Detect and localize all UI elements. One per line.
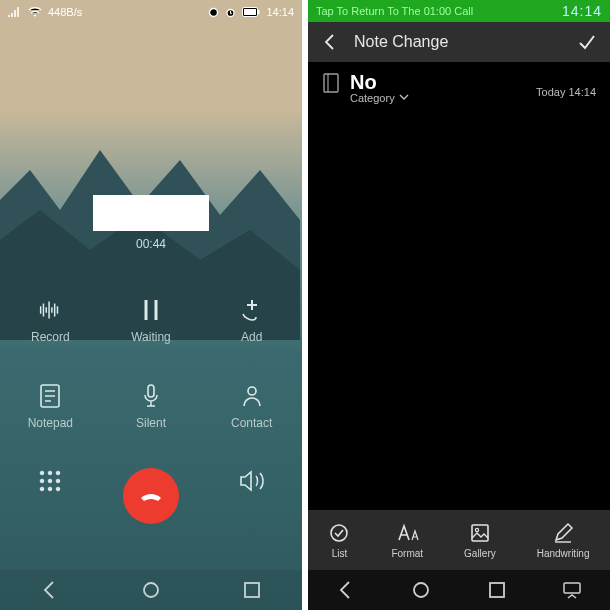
nav-bar-left	[0, 570, 302, 610]
status-time-left: 14:14	[266, 6, 294, 18]
svg-point-13	[57, 479, 61, 483]
sync-icon	[208, 7, 219, 18]
svg-point-11	[41, 479, 45, 483]
svg-point-20	[331, 525, 347, 541]
net-speed: 448B/s	[48, 6, 82, 18]
pause-icon	[137, 296, 165, 324]
gallery-tool[interactable]: Gallery	[464, 522, 496, 559]
svg-point-12	[49, 479, 53, 483]
svg-rect-6	[148, 385, 154, 397]
svg-point-15	[49, 487, 53, 491]
note-header: Note Change	[308, 22, 610, 62]
dialpad-button[interactable]	[37, 468, 63, 524]
nav-back-icon[interactable]	[39, 579, 61, 601]
phone-incall: 448B/s 14:14 00:44 Record Wa	[0, 0, 302, 610]
svg-rect-21	[472, 525, 488, 541]
list-label: List	[332, 548, 348, 559]
header-title: Note Change	[354, 33, 562, 51]
contact-icon	[238, 382, 266, 410]
waiting-label: Waiting	[131, 330, 171, 344]
nav-recents-icon[interactable]	[241, 579, 263, 601]
record-icon	[36, 296, 64, 324]
add-label: Add	[241, 330, 262, 344]
contacts-button[interactable]: Contact	[231, 382, 272, 430]
alarm-icon	[225, 7, 236, 18]
return-to-call-text: Tap To Return To The 01:00 Call	[316, 5, 473, 17]
add-call-icon	[238, 296, 266, 324]
nav-home-icon[interactable]	[410, 579, 432, 601]
notepad-label: Notepad	[28, 416, 73, 430]
note-category-selector[interactable]: Category	[350, 92, 409, 104]
svg-point-9	[49, 471, 53, 475]
svg-point-7	[248, 387, 256, 395]
add-call-button[interactable]: Add	[238, 296, 266, 344]
handwriting-label: Handwriting	[537, 548, 590, 559]
nav-keyboard-hide-icon[interactable]	[561, 579, 583, 601]
bottom-toolbar: List Format Gallery Handwriting	[308, 510, 610, 570]
svg-rect-18	[245, 583, 259, 597]
svg-point-16	[57, 487, 61, 491]
hangup-icon	[123, 468, 179, 524]
note-title[interactable]: No	[350, 72, 409, 92]
waiting-button[interactable]: Waiting	[131, 296, 171, 344]
status-time-right: 14:14	[562, 3, 602, 19]
nav-home-icon[interactable]	[140, 579, 162, 601]
status-bar-left: 448B/s 14:14	[0, 0, 302, 24]
call-duration: 00:44	[136, 237, 166, 251]
note-timestamp: Today 14:14	[536, 72, 596, 98]
speaker-button[interactable]	[238, 468, 266, 524]
contact-label: Contact	[231, 416, 272, 430]
return-to-call-bar[interactable]: Tap To Return To The 01:00 Call 14:14	[308, 0, 610, 22]
chevron-down-icon	[399, 94, 409, 102]
back-icon[interactable]	[320, 32, 340, 52]
dialpad-icon	[37, 468, 63, 494]
mic-icon	[137, 382, 165, 410]
mute-button[interactable]: Silent	[136, 382, 166, 430]
phone-note-editor: Tap To Return To The 01:00 Call 14:14 No…	[308, 0, 610, 610]
svg-point-22	[475, 528, 478, 531]
record-label: Record	[31, 330, 70, 344]
confirm-icon[interactable]	[576, 31, 598, 53]
book-icon[interactable]	[322, 72, 340, 94]
format-label: Format	[391, 548, 423, 559]
end-call-button[interactable]	[123, 468, 179, 524]
speaker-icon	[238, 468, 266, 494]
svg-point-23	[414, 583, 428, 597]
svg-point-0	[210, 8, 218, 16]
list-tool[interactable]: List	[328, 522, 350, 559]
battery-icon	[242, 7, 260, 17]
format-tool[interactable]: Format	[391, 522, 423, 559]
notepad-icon	[36, 382, 64, 410]
wifi-icon	[28, 6, 42, 18]
svg-rect-19	[324, 74, 338, 92]
record-button[interactable]: Record	[31, 296, 70, 344]
gallery-label: Gallery	[464, 548, 496, 559]
svg-rect-3	[244, 9, 256, 15]
notepad-button[interactable]: Notepad	[28, 382, 73, 430]
svg-rect-24	[490, 583, 504, 597]
note-info-row: No Category Today 14:14	[308, 62, 610, 114]
note-category-label: Category	[350, 92, 395, 104]
text-format-icon	[395, 522, 419, 544]
signal-icon	[8, 6, 22, 18]
svg-point-10	[57, 471, 61, 475]
svg-point-8	[41, 471, 45, 475]
svg-rect-4	[258, 10, 260, 14]
pen-icon	[552, 522, 574, 544]
svg-rect-25	[564, 583, 580, 593]
silent-label: Silent	[136, 416, 166, 430]
image-icon	[469, 522, 491, 544]
svg-point-17	[144, 583, 158, 597]
nav-recents-icon[interactable]	[486, 579, 508, 601]
svg-point-14	[41, 487, 45, 491]
handwriting-tool[interactable]: Handwriting	[537, 522, 590, 559]
nav-back-icon[interactable]	[335, 579, 357, 601]
nav-bar-right	[308, 570, 610, 610]
checklist-icon	[328, 522, 350, 544]
caller-name-box	[93, 195, 209, 231]
